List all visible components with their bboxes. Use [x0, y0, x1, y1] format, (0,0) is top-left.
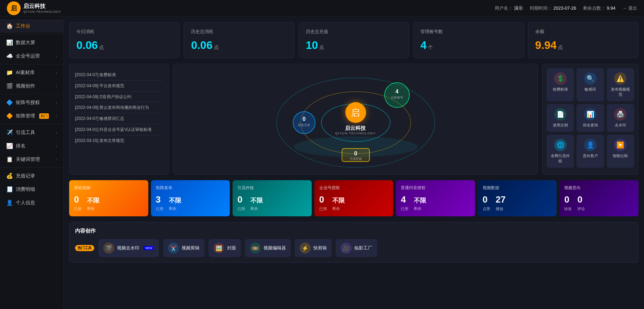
bstat-enterprise-auth: 企业号授权 0 已用 不限 剩余 [314, 180, 394, 216]
action-rank-query[interactable]: 📊 排名查询 [577, 104, 604, 132]
profile-label: 个人信息 [16, 200, 35, 206]
bstat-used-6: 0 [564, 194, 572, 205]
main-content: 今日消耗 0.06点 历史总消耗 0.06点 历史总充值 10点 管理账号数 [64, 17, 644, 309]
actions-grid: 💲 收费标准 🔍 敏感词 ⚠️ 发布视频规范 📄 使用文档 [547, 68, 634, 168]
viz-panel: 0 排名任务 4 分析账号 0 引流外链 启 启云科技 [173, 64, 538, 175]
publish-rules-label: 发布视频规范 [610, 87, 631, 97]
bstat-remain-label-6: 评论 [577, 206, 585, 212]
header-right: 用户名： 演示 到期时间： 2023-07-26 剩余点数： 9.94 → 退出 [495, 5, 637, 11]
bstat-label-0: 剪辑视频 [74, 185, 143, 191]
sidebar-item-video-create[interactable]: 🎬 视频创作 › [0, 79, 63, 93]
svg-text:0: 0 [354, 151, 357, 156]
tool-cover[interactable]: 🖼️ 封面 [208, 239, 241, 257]
keyword-label: 关键词管理 [16, 156, 40, 163]
expire-value: 2023-07-26 [554, 6, 577, 11]
bstat-douyin-auth: 普通抖音授权 4 已用 不限 剩余 [396, 180, 475, 216]
news-item-5[interactable]: [2022-04-01] 抖音企业号蓝V认证审核标准 [75, 124, 163, 135]
news-date-3: [2022-04-09] [75, 105, 98, 110]
sidebar-item-matrix-mgr[interactable]: 🔶 矩阵管理 热门 › [0, 109, 63, 123]
action-charge-std[interactable]: 💲 收费标准 [547, 68, 574, 101]
tool-video-edit[interactable]: ✂️ 视频剪辑 [163, 239, 204, 257]
content-tools-list: 热门工具 🎬 视频去水印 NEW ✂️ 视频剪辑 🖼️ 封面 🎞️ 视频编辑器 [75, 239, 633, 257]
traffic-chain-icon: 🌐 [554, 139, 567, 151]
content-section-title: 内容创作 [75, 228, 633, 234]
action-sensitive-words[interactable]: 🔍 敏感词 [577, 68, 604, 101]
bstat-used-5: 0 [483, 194, 490, 205]
matrix-mgr-icon: 🔶 [6, 113, 13, 119]
news-item-1[interactable]: [2022-04-09] 平台发布规范 [75, 81, 163, 92]
svg-text:引流外链: 引流外链 [350, 157, 362, 161]
bstat-used-1: 3 [156, 194, 163, 205]
video-watermark-label: 视频去水印 [117, 245, 139, 251]
sidebar-divider-5 [0, 167, 63, 168]
traffic-chain-label: 全网引流外链 [549, 153, 571, 164]
tool-quick-cut[interactable]: ⚡ 快剪辑 [295, 239, 332, 257]
bstat-traffic-chain: 引流外链 0 已用 不限 剩余 [233, 180, 312, 216]
news-item-6[interactable]: [2022-03-15] 发布文章规范 [75, 135, 163, 146]
news-item-4[interactable]: [2022-04-07] 敏感禁词汇总 [75, 113, 163, 124]
publish-rules-icon: ⚠️ [614, 72, 626, 85]
news-item-3[interactable]: [2022-04-09] 禁止发布和传播的商业行为 [75, 102, 163, 113]
bstat-values-2: 0 已用 不限 剩余 [237, 194, 307, 212]
video-watermark-icon: 🎬 [103, 243, 114, 254]
video-editor-label: 视频编辑器 [264, 245, 286, 251]
stat-label-4: 余额 [535, 29, 631, 35]
sidebar-item-keyword[interactable]: 📋 关键词管理 › [0, 153, 63, 166]
sidebar-item-matrix-auth[interactable]: 🔷 矩阵号授权 › [0, 96, 63, 109]
news-item-0[interactable]: [2022-04-07] 收费标准 [75, 70, 163, 81]
tool-film-factory[interactable]: 🎥 临影工厂 [336, 239, 377, 257]
news-item-2[interactable]: [2022-04-09] D音用户协议公约 [75, 92, 163, 103]
watermark-label: 去水印 [610, 123, 631, 128]
points-info: 剩余点数： 9.94 [583, 5, 615, 11]
action-intent-customer[interactable]: 👤 意向客户 [577, 135, 604, 168]
bstat-used-label-4: 已用 [401, 206, 408, 212]
viz-container: 0 排名任务 4 分析账号 0 引流外链 启 启云科技 [270, 64, 442, 174]
action-use-docs[interactable]: 📄 使用文档 [547, 104, 574, 132]
bstat-label-4: 普通抖音授权 [401, 185, 470, 191]
stat-history-consume: 历史总消耗 0.06点 [184, 22, 294, 58]
sidebar-item-enterprise-op[interactable]: ☁️ 企业号运营 › [0, 49, 63, 63]
action-watermark[interactable]: 🖨️ 去水印 [607, 104, 634, 132]
bstat-remain-label-5: 播放 [496, 206, 506, 212]
film-factory-label: 临影工厂 [354, 245, 372, 251]
sidebar-section: 🏠 工作台 📊 数据大屏 ☁️ 企业号运营 › [0, 17, 63, 212]
use-docs-label: 使用文档 [549, 123, 571, 128]
brand-sub: QIYUN·TECHNOLOGY [23, 10, 61, 13]
workbench-label: 工作台 [16, 23, 30, 29]
sidebar-item-data-screen[interactable]: 📊 数据大屏 [0, 36, 63, 49]
sidebar-item-recharge[interactable]: 💰 充值记录 [0, 169, 63, 183]
enterprise-op-icon: ☁️ [6, 53, 13, 59]
sidebar: 🏠 工作台 📊 数据大屏 ☁️ 企业号运营 › [0, 17, 64, 309]
bstat-values-6: 0 转发 0 评论 [564, 194, 634, 212]
username-value: 演示 [514, 6, 523, 11]
action-smart-edit[interactable]: ▶️ 智能云辑 [607, 135, 634, 168]
charge-std-label: 收费标准 [549, 87, 571, 92]
keyword-icon: 📋 [6, 156, 13, 163]
news-panel: [2022-04-07] 收费标准 [2022-04-09] 平台发布规范 [2… [69, 64, 169, 175]
bstat-label-2: 引流外链 [237, 185, 307, 191]
stat-value-3: 4个 [420, 39, 516, 52]
arrow-icon-5: › [56, 114, 57, 118]
sensitive-words-label: 敏感词 [579, 87, 601, 92]
bstat-values-1: 3 已用 不限 剩余 [156, 194, 225, 212]
sidebar-item-consume[interactable]: 🧾 消费明细 [0, 183, 63, 196]
sidebar-item-profile[interactable]: 👤 个人信息 [0, 196, 63, 209]
stat-value-1: 0.06点 [191, 39, 287, 52]
action-publish-rules[interactable]: ⚠️ 发布视频规范 [607, 68, 634, 101]
hot-tools-badge: 热门工具 [75, 245, 94, 251]
bstat-matrix-publish: 矩阵发布 3 已用 不限 剩余 [151, 180, 230, 216]
consume-label: 消费明细 [16, 186, 35, 193]
bstat-remain-0: 不限 [87, 196, 99, 205]
sidebar-item-ranking[interactable]: 📈 排名 › [0, 139, 63, 153]
sidebar-item-traffic[interactable]: ✈️ 引流工具 › [0, 126, 63, 139]
action-traffic-chain[interactable]: 🌐 全网引流外链 [547, 135, 574, 168]
stat-value-4: 9.94点 [535, 39, 631, 52]
sidebar-item-ai-assets[interactable]: 📁 AI素材库 › [0, 66, 63, 79]
sidebar-item-workbench[interactable]: 🏠 工作台 [0, 19, 63, 33]
tool-video-watermark[interactable]: 🎬 视频去水印 NEW [98, 239, 159, 257]
bstat-used-label-6: 转发 [564, 206, 572, 212]
stat-manage-accounts: 管理账号数 4个 [413, 22, 524, 58]
exit-button[interactable]: → 退出 [622, 5, 637, 11]
tool-video-editor[interactable]: 🎞️ 视频编辑器 [245, 239, 291, 257]
expire-info: 到期时间： 2023-07-26 [530, 5, 576, 11]
